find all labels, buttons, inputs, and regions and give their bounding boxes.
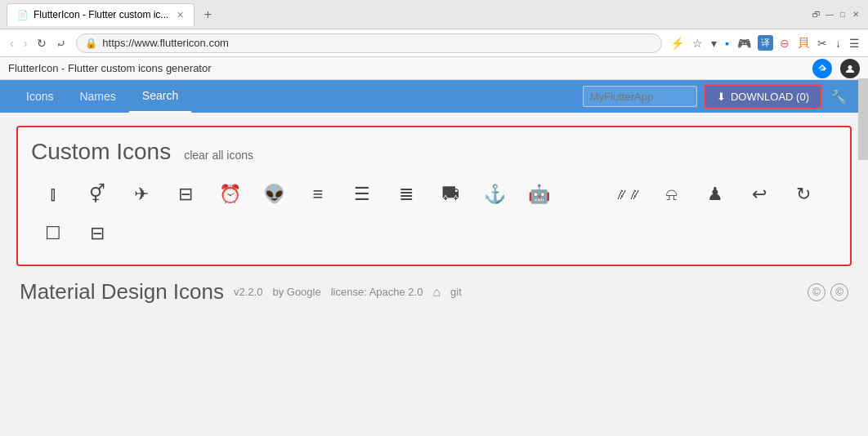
page-content: Icons Names Search ⬇ DOWNLOAD (0) 🔧 Cust… (0, 80, 868, 436)
home-icon[interactable]: ⌂ (432, 285, 441, 300)
adjust-icon[interactable]: ⫿ (31, 175, 75, 214)
translate-icon: 译 (758, 35, 773, 51)
settings-button[interactable]: 🔧 (822, 89, 855, 105)
gamepad-icon: 🎮 (736, 35, 753, 51)
circle-right-icon[interactable]: © (830, 283, 848, 301)
custom-icons-title: Custom Icons (31, 139, 171, 165)
download-icon: ⬇ (717, 91, 726, 103)
scrollbar[interactable] (858, 78, 868, 160)
window-menu-button[interactable]: 🗗 (811, 9, 822, 20)
flutter-logo (812, 59, 832, 78)
antenna-icon[interactable]: ⍾ (649, 175, 693, 214)
nav-tab-names[interactable]: Names (66, 80, 128, 113)
airplane-icon[interactable]: ✈ (119, 175, 163, 214)
align-left-icon[interactable]: ≡ (296, 175, 340, 214)
git-icon[interactable]: git (450, 286, 462, 298)
window-close-button[interactable]: ✕ (850, 9, 861, 20)
active-tab[interactable]: 📄 FlutterIcon - Flutter custom ic... ✕ (7, 3, 195, 26)
window-controls: 🗗 — □ ✕ (811, 9, 861, 20)
download-button[interactable]: ⬇ DOWNLOAD (0) (704, 84, 822, 109)
diagonal-lines-icon[interactable]: ⫽⫽ (605, 175, 649, 214)
back-button[interactable]: ‹ (7, 35, 17, 51)
circle-left-icon[interactable]: © (808, 283, 825, 301)
cut-icon[interactable]: ✂ (816, 35, 829, 51)
nav-tab-icons[interactable]: Icons (13, 80, 66, 113)
custom-icons-section: Custom Icons clear all icons ⫿ ⚥ ✈ ⊟ ⏰ 👽… (16, 126, 852, 266)
undo-icon[interactable]: ↩ (737, 175, 781, 214)
address-bar: ‹ › ↻ ⤾ 🔒 https://www.fluttericon.com ⚡ … (0, 29, 868, 57)
align-center-icon[interactable]: ☰ (340, 175, 384, 214)
material-design-section: Material Design Icons v2.2.0 by Google l… (16, 279, 852, 305)
nav-bar: Icons Names Search ⬇ DOWNLOAD (0) 🔧 (0, 80, 868, 113)
reload-button[interactable]: ↻ (34, 35, 50, 51)
clear-all-link[interactable]: clear all icons (184, 149, 253, 162)
icons-grid: ⫿ ⚥ ✈ ⊟ ⏰ 👽 ≡ ☰ ≣ ⛟ ⚓ 🤖 ⫽⫽ ⍾ ♟ (31, 175, 837, 253)
lightning-icon: ⚡ (669, 35, 686, 51)
window-minimize-button[interactable]: — (824, 9, 835, 20)
strikethrough-icon[interactable]: ⊟ (163, 175, 208, 214)
nav-buttons: ‹ › ↻ ⤾ (7, 35, 69, 51)
anchor-icon[interactable]: ⚓ (472, 175, 517, 214)
minus-circle-icon[interactable]: ⊖ (778, 35, 791, 51)
browser-window: 📄 FlutterIcon - Flutter custom ic... ✕ +… (0, 0, 868, 436)
by-google-text: by Google (272, 286, 320, 298)
new-tab-button[interactable]: + (198, 5, 217, 24)
license-text: license: Apache 2.0 (331, 286, 423, 298)
star-icon[interactable]: ☆ (691, 35, 705, 51)
main-area: Custom Icons clear all icons ⫿ ⚥ ✈ ⊟ ⏰ 👽… (0, 113, 868, 436)
truck-icon[interactable]: ⛟ (428, 175, 472, 214)
version-badge: v2.2.0 (234, 286, 262, 298)
tab-bar: 📄 FlutterIcon - Flutter custom ic... ✕ + (7, 3, 811, 26)
github-logo (840, 59, 860, 78)
android-icon[interactable]: 🤖 (517, 175, 561, 214)
url-text: https://www.fluttericon.com (102, 37, 229, 49)
checkbox-icon[interactable]: ☐ (31, 214, 75, 253)
chess-piece-icon[interactable]: ♟ (693, 175, 737, 214)
bookmark-bar: FlutterIcon - Flutter custom icons gener… (0, 57, 868, 80)
filter-icon[interactable]: ⊟ (75, 214, 119, 253)
toolbar-icons: ⚡ ☆ ▾ ▪ 🎮 译 ⊖ 貝 ✂ ↓ ☰ (669, 34, 861, 52)
dropdown-icon[interactable]: ▾ (709, 35, 718, 51)
nav-tab-search[interactable]: Search (129, 80, 191, 113)
alien-icon[interactable]: 👽 (252, 175, 296, 214)
download-arrow-icon[interactable]: ↓ (834, 35, 843, 51)
tab-close-button[interactable]: ✕ (177, 10, 184, 20)
windows-icon: ▪ (723, 35, 731, 51)
app-name-input[interactable] (583, 86, 697, 107)
menu-icon[interactable]: ☰ (848, 35, 861, 51)
material-design-title: Material Design Icons (20, 279, 224, 305)
tab-favicon: 📄 (17, 10, 29, 20)
align-right-icon[interactable]: ≣ (384, 175, 428, 214)
url-box[interactable]: 🔒 https://www.fluttericon.com (76, 33, 662, 53)
svg-point-2 (848, 65, 852, 69)
history-button[interactable]: ⤾ (53, 35, 69, 51)
alarm-icon[interactable]: ⏰ (208, 175, 252, 214)
page-bookmark-title: FlutterIcon - Flutter custom icons gener… (8, 62, 212, 74)
title-bar: 📄 FlutterIcon - Flutter custom ic... ✕ +… (0, 0, 868, 29)
tab-title: FlutterIcon - Flutter custom ic... (34, 9, 168, 20)
window-maximize-button[interactable]: □ (837, 9, 848, 20)
taobao-icon: 貝 (796, 34, 811, 52)
forward-button[interactable]: › (20, 35, 31, 51)
female-icon[interactable]: ⚥ (75, 175, 119, 214)
refresh-icon[interactable]: ↻ (781, 175, 825, 214)
svg-marker-1 (820, 68, 824, 71)
material-icons-right: © © (808, 283, 848, 301)
section-header: Custom Icons clear all icons (31, 139, 837, 165)
lock-icon: 🔒 (85, 38, 97, 49)
